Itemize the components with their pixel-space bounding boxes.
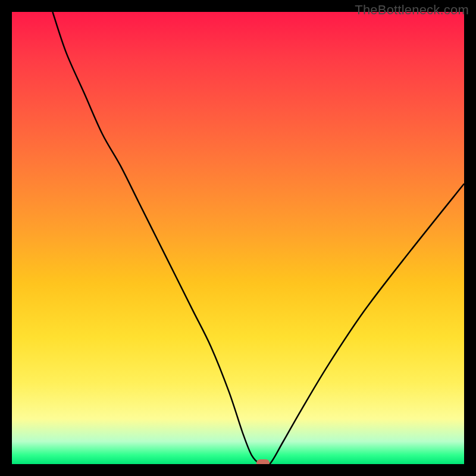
watermark-text: TheBottleneck.com: [355, 2, 469, 18]
bottleneck-curve: [12, 12, 464, 464]
chart-frame: TheBottleneck.com: [0, 0, 476, 476]
optimal-marker: [256, 459, 270, 464]
plot-area: [12, 12, 464, 464]
curve-path: [52, 12, 464, 464]
